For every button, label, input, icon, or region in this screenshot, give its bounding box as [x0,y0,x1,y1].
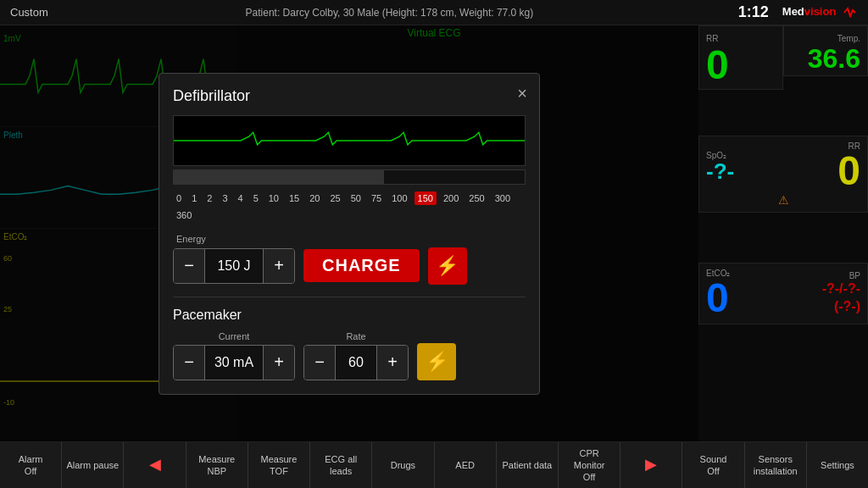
energy-val-360[interactable]: 360 [173,208,195,222]
logo-med: Med [782,5,804,18]
sound-off-label: SoundOff [700,453,727,478]
current-display-value: 30 mA [204,346,264,380]
energy-val-3[interactable]: 3 [219,191,231,205]
patient-data-button[interactable]: Patient data [497,442,559,488]
measure-tof-button[interactable]: MeasureTOF [248,442,310,488]
energy-val-4[interactable]: 4 [235,191,247,205]
clock: 1:12 [701,3,769,21]
rr-value: 0 [706,45,776,86]
energy-val-100[interactable]: 100 [388,191,410,205]
app-name: Custom [10,6,78,19]
alarm-off-button[interactable]: AlarmOff [0,442,62,488]
header: Custom Patient: Darcy Colby, 30 Male (He… [0,0,868,25]
prev-button[interactable]: ◀ [124,442,186,488]
rate-increase-button[interactable]: + [377,346,408,380]
current-label: Current [173,331,295,341]
pacemaker-trigger-button[interactable]: ⚡ [417,343,456,380]
measure-tof-label: MeasureTOF [261,453,298,478]
etco2-bp-box: EtCO₂ 0 BP -?-/-?-(-?-) [698,263,868,324]
energy-val-10[interactable]: 10 [265,191,282,205]
patient-info: Patient: Darcy Colby, 30 Male (Height: 1… [78,7,701,19]
energy-val-0[interactable]: 0 [173,191,185,205]
pacemaker-lightning-icon: ⚡ [426,351,448,373]
modal-title: Defibrillator [173,87,526,105]
ecg-leads-label: ECG allleads [325,453,357,478]
energy-val-300[interactable]: 300 [492,191,514,205]
spo2-value: -?- [706,160,734,182]
temp-label: Temp. [837,34,860,43]
ecg-mini-waveform [174,116,525,165]
etco2-value: 0 [706,278,730,319]
current-increase-button[interactable]: + [264,346,294,380]
rate-control: Rate − 60 + [303,331,409,380]
bp-label: BP [822,271,860,280]
measure-nbp-label: MeasureNBP [198,453,235,478]
sensors-label: Sensorsinstallation [754,453,798,478]
lightning-icon: ⚡ [436,255,459,277]
rr-box: RR 0 [698,25,783,90]
energy-val-15[interactable]: 15 [286,191,303,205]
rate-stepper: − 60 + [303,345,409,380]
energy-decrease-button[interactable]: − [174,249,204,283]
energy-val-5[interactable]: 5 [250,191,262,205]
next-button[interactable]: ▶ [620,442,682,488]
settings-label: Settings [821,459,854,471]
energy-val-25[interactable]: 25 [327,191,344,205]
pacemaker-controls: Current − 30 mA + Rate − 60 + [173,331,526,380]
energy-val-75[interactable]: 75 [368,191,385,205]
rate-label: Rate [303,331,409,341]
alarm-pause-button[interactable]: Alarm pause [62,442,124,488]
logo-vision: vision [804,5,837,18]
energy-val-150[interactable]: 150 [415,191,437,205]
sound-off-button[interactable]: SoundOff [682,442,744,488]
aed-label: AED [455,459,475,471]
next-icon: ▶ [645,455,657,474]
temp-box: Temp. 36.6 [783,25,868,76]
energy-val-1[interactable]: 1 [188,191,200,205]
energy-stepper: − 150 J + [173,248,295,284]
energy-selector[interactable]: 0 1 2 3 4 5 10 15 20 25 50 75 100 150 20… [173,191,526,222]
modal-close-button[interactable]: × [517,84,527,103]
energy-progress-bar [173,169,526,185]
drugs-label: Drugs [391,459,415,471]
rate-display-value: 60 [335,346,377,380]
prev-icon: ◀ [149,455,161,474]
measure-nbp-button[interactable]: MeasureNBP [186,442,248,488]
bp-value: -?-/-?-(-?-) [822,280,860,316]
rr2-value: 0 [837,151,860,191]
energy-val-20[interactable]: 20 [306,191,323,205]
charge-button[interactable]: CHARGE [303,249,420,282]
energy-val-2[interactable]: 2 [203,191,215,205]
energy-display-value: 150 J [204,249,264,283]
logo: Medvision [782,5,858,19]
toolbar: AlarmOff Alarm pause ◀ MeasureNBP Measur… [0,441,868,488]
ecg-leads-button[interactable]: ECG allleads [310,442,372,488]
logo-icon [843,6,858,19]
spo2-rr-box: SpO₂ -?- RR 0 ⚠ [698,136,868,213]
drugs-button[interactable]: Drugs [372,442,434,488]
energy-val-50[interactable]: 50 [348,191,364,205]
settings-button[interactable]: Settings [807,442,868,488]
energy-val-200[interactable]: 200 [440,191,462,205]
current-stepper: − 30 mA + [173,345,295,380]
current-decrease-button[interactable]: − [174,346,204,380]
energy-controls: − 150 J + CHARGE ⚡ [173,247,526,285]
cpr-monitor-button[interactable]: CPRMonitorOff [559,442,620,488]
alarm-off-label: AlarmOff [19,453,43,478]
energy-increase-button[interactable]: + [264,249,294,283]
energy-label: Energy [173,234,526,244]
temp-value: 36.6 [791,45,860,72]
pacemaker-title: Pacemaker [173,308,526,323]
sensors-button[interactable]: Sensorsinstallation [745,442,807,488]
energy-val-250[interactable]: 250 [465,191,487,205]
energy-label-text: Energy [176,234,526,244]
modal-overlay: Defibrillator × 0 1 2 3 4 5 10 15 20 25 [0,25,698,441]
current-control: Current − 30 mA + [173,331,295,380]
rate-decrease-button[interactable]: − [304,346,335,380]
warning-icon: ⚠ [706,193,860,207]
alarm-pause-label: Alarm pause [66,459,119,471]
pacemaker-section: Pacemaker Current − 30 mA + Rate − 60 + [173,297,526,380]
ecg-mini-display [173,115,526,166]
defibrillate-button[interactable]: ⚡ [428,247,467,285]
aed-button[interactable]: AED [435,442,497,488]
